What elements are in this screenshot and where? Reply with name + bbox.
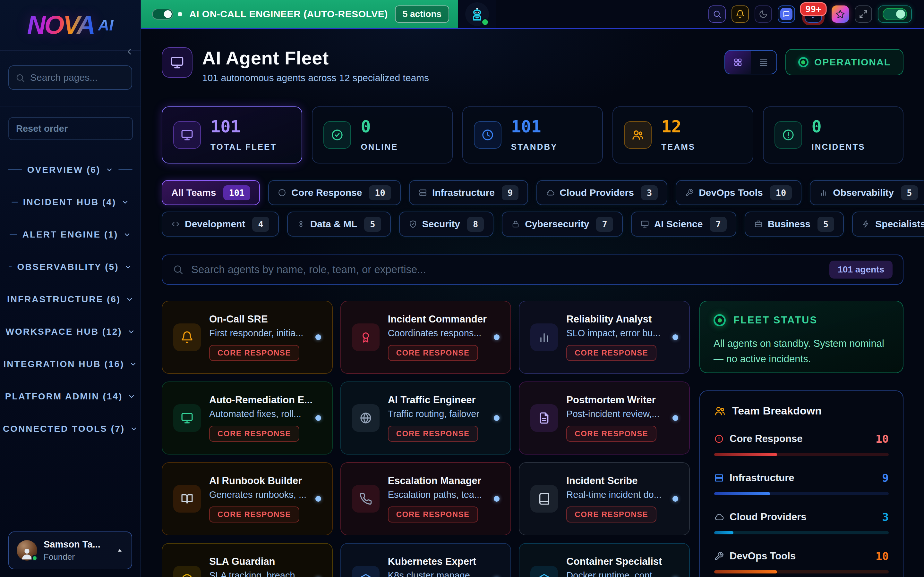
sidebar-item-integration-hub-16[interactable]: INTEGRATION HUB (16)	[0, 348, 141, 380]
oncall-banner-label: AI ON-CALL ENGINEER (AUTO-RESOLVE)	[189, 9, 388, 19]
agent-card-postmortem-writer[interactable]: Postmortem WriterPost-incident review,..…	[519, 382, 690, 455]
agent-subtitle: Automated fixes, roll...	[209, 409, 312, 419]
oncall-toggle[interactable]	[152, 9, 173, 19]
agent-card-escalation-manager[interactable]: Escalation ManagerEscalation paths, tea.…	[341, 462, 511, 535]
filter-chip-core-response[interactable]: Core Response10	[268, 180, 401, 205]
filter-chip-devops-tools[interactable]: DevOps Tools10	[676, 180, 801, 205]
agent-card-incident-commander[interactable]: Incident CommanderCoordinates respons...…	[341, 301, 511, 374]
agent-team-tag: CORE RESPONSE	[388, 345, 478, 361]
agent-count-badge: 101 agents	[829, 261, 893, 279]
team-row-cloud-providers[interactable]: Cloud Providers3	[714, 511, 889, 534]
filter-chip-data-ml[interactable]: Data & ML5	[287, 211, 391, 237]
stats-row: 101TOTAL FLEET0ONLINE101STANDBY12TEAMS0I…	[162, 106, 903, 163]
stat-card-standby[interactable]: 101STANDBY	[462, 106, 603, 163]
avatar	[17, 540, 37, 561]
agent-subtitle: Escalation paths, tea...	[388, 490, 482, 500]
agent-title: Incident Commander	[388, 314, 487, 325]
filter-count: 7	[596, 217, 613, 232]
stat-card-teams[interactable]: 12TEAMS	[612, 106, 753, 163]
filter-label: Infrastructure	[432, 187, 495, 198]
team-row-devops-tools[interactable]: DevOps Tools10	[714, 550, 889, 574]
server-icon	[714, 473, 724, 483]
search-icon	[15, 73, 25, 83]
agent-card-auto-remediation-e[interactable]: Auto-Remediation E...Automated fixes, ro…	[162, 382, 333, 455]
chevron-down-icon	[129, 360, 137, 368]
users-icon	[714, 405, 726, 417]
reset-order-button[interactable]: Reset order	[8, 117, 133, 140]
alert-circle-icon	[278, 189, 286, 197]
stat-card-total-fleet[interactable]: 101TOTAL FLEET	[162, 106, 302, 163]
online-status-dot	[31, 555, 38, 561]
sidebar-item-alert-engine-1[interactable]: ALERT ENGINE (1)	[0, 218, 141, 251]
team-row-infrastructure[interactable]: Infrastructure9	[714, 472, 889, 495]
filter-chip-all-teams[interactable]: All Teams101	[162, 180, 260, 205]
oncall-actions-badge[interactable]: 5 actions	[395, 5, 449, 23]
agent-subtitle: K8s cluster manage...	[388, 570, 478, 577]
filter-chip-security[interactable]: Security8	[399, 211, 494, 237]
user-menu-caret-icon[interactable]	[115, 546, 124, 554]
nav-dash	[10, 234, 17, 235]
agent-title: Auto-Remediation E...	[209, 394, 312, 406]
filter-label: Observability	[833, 187, 894, 198]
alerts-bell-button[interactable]	[732, 5, 749, 23]
global-search-button[interactable]	[708, 5, 726, 23]
agent-card-on-call-sre[interactable]: On-Call SREFirst responder, initia...COR…	[162, 301, 333, 374]
agent-card-incident-scribe[interactable]: Incident ScribeReal-time incident do...C…	[519, 462, 690, 535]
filter-chip-cloud-providers[interactable]: Cloud Providers3	[536, 180, 667, 205]
stat-card-online[interactable]: 0ONLINE	[312, 106, 452, 163]
agent-title: AI Runbook Builder	[209, 475, 306, 487]
agent-card-container-specialist[interactable]: Container SpecialistDocker runtime, cont…	[519, 543, 690, 577]
sidebar-search-input[interactable]	[8, 65, 132, 90]
sidebar-collapse-button[interactable]	[122, 44, 137, 59]
ai-assistant-button[interactable]	[458, 0, 496, 28]
user-card[interactable]: Samson Ta... Founder	[8, 532, 132, 569]
monitor-icon	[181, 129, 194, 141]
sidebar-item-infrastructure-6[interactable]: INFRASTRUCTURE (6)	[0, 283, 141, 316]
filter-chip-business[interactable]: Business5	[745, 211, 844, 237]
list-view-button[interactable]	[751, 51, 776, 74]
agent-card-kubernetes-expert[interactable]: Kubernetes ExpertK8s cluster manage...CO…	[341, 543, 511, 577]
filter-chip-infrastructure[interactable]: Infrastructure9	[409, 180, 528, 205]
team-progress-track	[714, 570, 889, 574]
filter-count: 3	[641, 185, 658, 200]
bell-icon	[181, 331, 194, 343]
notifications-button[interactable]: 99+	[804, 5, 822, 23]
stat-card-incidents[interactable]: 0INCIDENTS	[763, 106, 903, 163]
dark-mode-button[interactable]	[754, 5, 772, 23]
team-row-core-response[interactable]: Core Response10	[714, 432, 889, 456]
sidebar-item-connected-tools-7[interactable]: CONNECTED TOOLS (7)	[0, 413, 141, 445]
agent-card-sla-guardian[interactable]: SLA GuardianSLA tracking, breach ...CORE…	[162, 543, 333, 577]
agent-subtitle: Coordinates respons...	[388, 328, 487, 338]
app-logo[interactable]: NOVA AI	[0, 0, 141, 51]
live-mode-toggle[interactable]	[878, 5, 912, 23]
sidebar-item-label: INCIDENT HUB (4)	[23, 197, 116, 207]
filter-chip-specialists[interactable]: Specialists28	[852, 211, 924, 237]
grid-view-button[interactable]	[725, 51, 751, 74]
cloud-icon	[714, 512, 724, 522]
sidebar-item-overview-6[interactable]: OVERVIEW (6)	[0, 153, 141, 186]
filter-chip-observability[interactable]: Observability5	[810, 180, 924, 205]
favorites-button[interactable]	[832, 5, 849, 23]
filter-chip-development[interactable]: Development4	[162, 211, 279, 237]
sidebar-item-incident-hub-4[interactable]: INCIDENT HUB (4)	[0, 186, 141, 218]
hexagon-icon	[359, 573, 372, 577]
chat-button[interactable]	[778, 5, 795, 23]
agent-search-input[interactable]	[191, 263, 822, 276]
sidebar-item-workspace-hub-12[interactable]: WORKSPACE HUB (12)	[0, 316, 141, 348]
filter-chip-cybersecurity[interactable]: Cybersecurity7	[502, 211, 622, 237]
agent-status-dot	[672, 334, 678, 340]
fullscreen-button[interactable]	[855, 5, 872, 23]
chevron-down-icon	[123, 231, 131, 239]
nav-dash	[9, 266, 12, 268]
sidebar-item-platform-admin-14[interactable]: PLATFORM ADMIN (14)	[0, 380, 141, 413]
agent-card-reliability-analyst[interactable]: Reliability AnalystSLO impact, error bu.…	[519, 301, 690, 374]
agent-card-ai-traffic-engineer[interactable]: AI Traffic EngineerTraffic routing, fail…	[341, 382, 511, 455]
agent-title: Escalation Manager	[388, 475, 482, 487]
filter-label: Development	[185, 219, 245, 229]
filter-label: All Teams	[171, 187, 216, 198]
sidebar-nav: OVERVIEW (6)INCIDENT HUB (4)ALERT ENGINE…	[0, 153, 141, 445]
stat-label: INCIDENTS	[812, 142, 865, 152]
filter-chip-ai-science[interactable]: AI Science7	[631, 211, 736, 237]
agent-card-ai-runbook-builder[interactable]: AI Runbook BuilderGenerates runbooks, ..…	[162, 462, 333, 535]
sidebar-item-observability-5[interactable]: OBSERVABILITY (5)	[0, 251, 141, 283]
